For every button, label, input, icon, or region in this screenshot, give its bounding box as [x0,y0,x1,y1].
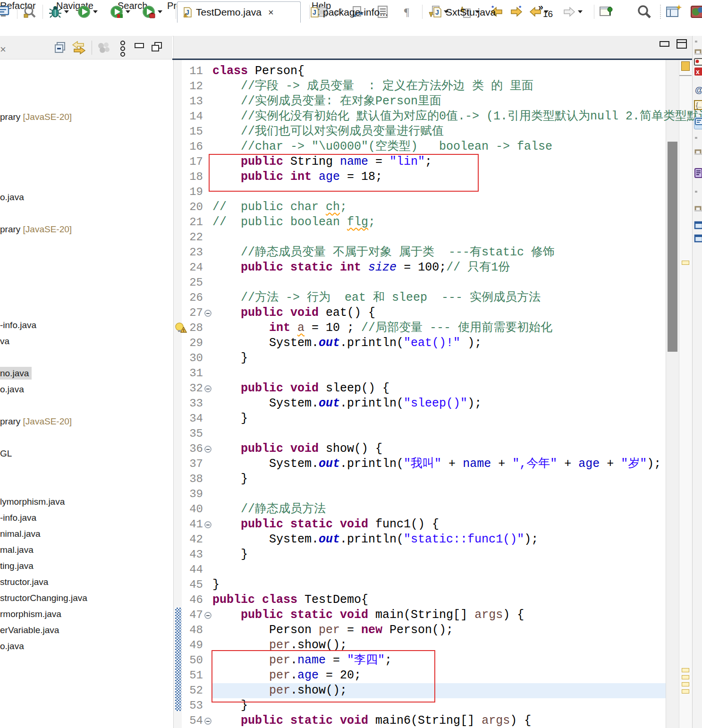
sidebar-item[interactable]: prary [JavaSE-20] [0,415,72,428]
code-line[interactable]: public static void main(String[] args) { [212,608,524,623]
code-line[interactable]: public static void func1() { [212,517,439,532]
maximize-view-icon[interactable] [150,41,163,54]
code-line[interactable]: } [212,411,248,426]
coverage-icon[interactable] [110,4,130,20]
overview-warning-marker[interactable] [682,682,689,686]
handle-dot-icon[interactable] [694,136,702,147]
selected-console-view-icon[interactable] [694,117,702,129]
link-with-editor-icon[interactable] [71,41,86,55]
sidebar-item[interactable]: va [0,335,9,347]
code-line[interactable]: public void show() { [212,441,382,457]
run-external-tools-icon[interactable] [142,4,162,20]
code-line[interactable]: //静态成员方法 [212,502,326,517]
search-jar-icon[interactable] [23,4,37,20]
dropdown-caret-icon[interactable] [158,10,162,13]
code-line[interactable]: Person per = new Person(); [212,623,453,638]
code-line[interactable]: class Person{ [212,64,304,79]
fastview-handle-icon[interactable] [694,147,702,159]
javadoc-view-icon[interactable]: @ [694,85,702,96]
sidebar-item[interactable]: lymorphism.java [0,495,65,508]
sidebar-item[interactable]: no.java [0,367,32,380]
warning-lightbulb-icon[interactable]: ! [174,322,187,334]
search-icon[interactable] [636,4,651,20]
sidebar-item[interactable]: GL [0,447,12,460]
fold-collapse-icon[interactable] [204,310,211,317]
code-line[interactable]: public class TestDemo{ [212,593,368,608]
sidebar-item[interactable]: ting.java [0,559,34,572]
overview-warning-marker[interactable] [682,675,689,679]
sidebar-item[interactable]: erVariable.java [0,624,59,636]
tab-overflow-indicator[interactable]: »16 [538,3,553,18]
code-line[interactable]: public static void main6(String[] args) … [212,713,531,728]
dropdown-caret-icon[interactable] [578,10,583,13]
panel-tab-close-icon[interactable]: × [0,43,6,56]
sidebar-item[interactable]: -info.java [0,511,36,524]
sidebar-item[interactable]: mal.java [0,543,34,556]
fold-collapse-icon[interactable] [204,446,211,453]
editor-scrollbar-thumb[interactable] [668,142,677,352]
open-perspective-icon[interactable]: ✦ [666,4,682,20]
outline-view-icon[interactable] [694,221,702,232]
code-line[interactable]: // public boolean flg; [212,215,375,230]
view-menu-icon[interactable] [119,41,127,57]
handle-dot-icon[interactable] [694,190,702,201]
fold-collapse-icon[interactable] [204,612,211,619]
tab-package-info-[interactable]: Jpackage-info... [304,1,418,23]
sidebar-item[interactable]: o.java [0,640,24,652]
sidebar-item[interactable]: prary [JavaSE-20] [0,223,72,236]
overview-ruler-header-marker[interactable] [681,61,690,71]
run-icon[interactable] [77,4,98,20]
overview-warning-marker[interactable] [682,668,689,672]
tab-testdemo-java[interactable]: J!TestDemo.java× [177,1,301,23]
code-line[interactable]: System.out.println("sleep()"); [212,396,482,411]
java-perspective-icon[interactable] [690,4,702,20]
code-line[interactable]: int a = 10 ; //局部变量 --- 使用前需要初始化 [212,321,552,336]
maximize-editor-button[interactable] [676,39,687,49]
code-line[interactable]: public void eat() { [212,305,375,321]
tab-close-icon[interactable]: × [268,7,274,18]
overview-warning-marker[interactable] [682,261,689,265]
focus-disabled-icon[interactable] [96,41,112,55]
code-line[interactable]: //静态成员变量 不属于对象 属于类 ---有static 修饰 [212,245,555,260]
sidebar-item[interactable]: nimal.java [0,527,41,540]
code-line[interactable]: //我们也可以对实例成员变量进行赋值 [212,124,444,139]
code-line[interactable]: public static int size = 100;// 只有1份 [212,260,510,275]
code-line[interactable]: public void sleep() { [212,381,389,396]
collapse-all-icon[interactable] [53,41,68,55]
code-line[interactable]: //实例化没有初始化 默认值为对应的0值.-> (1.引用类型默认为null 2… [212,109,702,124]
minimize-editor-button[interactable] [660,41,670,47]
code-line[interactable]: //方法 -> 行为 eat 和 sleep --- 实例成员方法 [212,290,541,305]
sidebar-item[interactable]: structorChanging.java [0,592,87,604]
code-line[interactable]: System.out.println("eat()!" ); [212,336,482,351]
overview-warning-marker[interactable] [682,689,689,694]
dropdown-caret-icon[interactable] [64,10,69,13]
forward-icon[interactable] [563,4,583,20]
tasks-view-icon[interactable] [694,168,702,179]
code-line[interactable]: System.out.println("static::func1()"); [212,532,538,547]
overview-ruler[interactable] [679,60,692,728]
sidebar-item[interactable]: -info.java [0,319,36,331]
declaration-view-icon[interactable]: {..} [694,100,702,111]
tab-sxtstu-java[interactable]: JSxtStu.java [427,1,517,23]
fold-collapse-icon[interactable] [204,521,211,528]
code-line[interactable]: // public char ch; [212,200,347,215]
console-icon[interactable] [0,4,11,20]
code-line[interactable]: } [212,351,248,366]
sidebar-item[interactable]: o.java [0,191,24,203]
fold-collapse-icon[interactable] [204,718,211,725]
sidebar-item[interactable]: rmorphism.java [0,608,61,620]
sidebar-item[interactable]: structor.java [0,576,48,588]
code-line[interactable]: } [212,472,248,487]
code-line[interactable]: } [212,577,220,593]
fastview-handle-icon[interactable] [694,204,702,215]
remove-view-icon[interactable]: x [694,67,702,78]
sidebar-item[interactable]: o.java [0,383,24,396]
debug-icon[interactable] [48,4,69,20]
code-line[interactable]: System.out.println("我叫" + name + ",今年" +… [212,457,661,472]
package-view-icon[interactable] [694,234,702,245]
pin-editor-icon[interactable] [599,4,614,20]
dropdown-caret-icon[interactable] [126,10,130,13]
sidebar-item[interactable]: prary [JavaSE-20] [0,110,72,123]
code-line[interactable]: //实例成员变量: 在对象Person里面 [212,94,441,109]
minimize-view-icon[interactable] [134,41,146,53]
